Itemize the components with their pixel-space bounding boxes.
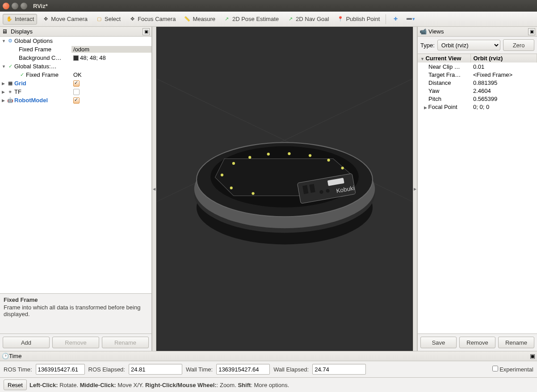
view-type-select[interactable]: Orbit (rviz) — [437, 40, 500, 50]
view-distance[interactable]: Distance0.881395 — [418, 79, 537, 87]
time-panel-title: 🕑 Time ▣ — [0, 351, 537, 361]
add-tool-button[interactable]: ✚ — [389, 14, 402, 25]
views-buttons: Save Remove Rename — [418, 334, 537, 351]
minus-icon: ➖▾ — [407, 16, 414, 23]
views-controls: Type: Orbit (rviz) Zero — [418, 37, 537, 54]
focus-camera-icon: ✥ — [129, 16, 136, 23]
svg-point-12 — [267, 153, 270, 155]
view-target-frame[interactable]: Target Fra…<Fixed Frame> — [418, 71, 537, 79]
remove-tool-button[interactable]: ➖▾ — [404, 14, 417, 25]
time-title-label: Time — [9, 353, 21, 359]
rename-view-button[interactable]: Rename — [498, 337, 534, 348]
measure-label: Measure — [193, 16, 215, 22]
ros-time-field[interactable] — [36, 364, 85, 375]
views-panel: 📹 Views ▣ Type: Orbit (rviz) Zero ▼ Curr… — [417, 27, 537, 351]
wall-elapsed-field[interactable] — [312, 364, 366, 375]
svg-point-14 — [309, 154, 311, 157]
views-close-button[interactable]: ▣ — [528, 28, 535, 35]
window-title: RViz* — [33, 3, 48, 9]
remove-display-button[interactable]: Remove — [52, 337, 99, 348]
window-minimize-icon[interactable] — [12, 3, 18, 9]
tf-checkbox[interactable] — [73, 89, 80, 95]
view-type-label: Type: — [420, 42, 435, 49]
status-hints: Left-Click: Rotate. Middle-Click: Move X… — [29, 382, 289, 388]
help-text: Frame into which all data is transformed… — [4, 304, 148, 317]
save-view-button[interactable]: Save — [420, 337, 457, 348]
svg-point-13 — [288, 152, 290, 155]
move-camera-icon: ✥ — [42, 16, 49, 23]
wall-time-field[interactable] — [216, 364, 270, 375]
tree-tf[interactable]: ▶✳TF — [0, 88, 151, 96]
interact-label: Interact — [15, 16, 34, 22]
window-close-icon[interactable] — [3, 3, 9, 9]
select-label: Select — [105, 16, 121, 22]
ros-elapsed-field[interactable] — [129, 364, 182, 375]
clock-icon: 🕑 — [2, 353, 9, 359]
publish-point-button[interactable]: 📍 Publish Point — [334, 14, 383, 25]
tf-icon: ✳ — [7, 89, 13, 95]
time-close-button[interactable]: ▣ — [530, 353, 535, 359]
publish-point-label: Publish Point — [346, 16, 380, 22]
interact-button[interactable]: ✋ Interact — [3, 14, 37, 25]
nav-goal-button[interactable]: ↗ 2D Nav Goal — [284, 14, 332, 25]
left-collapse-handle[interactable]: ◀ — [152, 27, 156, 351]
toolbar-separator — [386, 14, 386, 24]
move-camera-button[interactable]: ✥ Move Camera — [39, 14, 91, 25]
hand-icon: ✋ — [6, 16, 13, 23]
check-icon: ✓ — [19, 72, 25, 78]
pose-estimate-button[interactable]: ↗ 2D Pose Estimate — [220, 14, 282, 25]
tree-robot-model[interactable]: ▶🤖RobotModel — [0, 96, 151, 104]
time-panel: 🕑 Time ▣ ROS Time: ROS Elapsed: Wall Tim… — [0, 351, 537, 392]
add-display-button[interactable]: Add — [3, 337, 50, 348]
experimental-checkbox[interactable] — [492, 366, 498, 371]
tree-grid[interactable]: ▶▦Grid — [0, 79, 151, 88]
select-icon: ▢ — [96, 16, 103, 23]
displays-close-button[interactable]: ▣ — [143, 28, 150, 35]
select-button[interactable]: ▢ Select — [92, 14, 124, 25]
view-yaw[interactable]: Yaw2.4604 — [418, 87, 537, 95]
view-focal-point[interactable]: ▶ Focal Point0; 0; 0 — [418, 103, 537, 111]
view-near-clip[interactable]: Near Clip …0.01 — [418, 63, 537, 71]
experimental-checkbox-label[interactable]: Experimental — [492, 366, 534, 373]
focus-camera-button[interactable]: ✥ Focus Camera — [126, 14, 179, 25]
status-row: Reset Left-Click: Rotate. Middle-Click: … — [0, 378, 537, 392]
svg-point-15 — [327, 159, 330, 162]
displays-icon: 🖥 — [2, 28, 9, 35]
displays-panel-title: 🖥 Displays ▣ — [0, 27, 151, 37]
measure-button[interactable]: 📏 Measure — [180, 14, 218, 25]
rename-display-button[interactable]: Rename — [102, 337, 149, 348]
help-title: Fixed Frame — [4, 296, 148, 303]
zero-button[interactable]: Zero — [503, 39, 534, 51]
tree-global-options[interactable]: ▼⚙Global Options — [0, 37, 151, 45]
tree-fixed-frame[interactable]: Fixed Frame /odom — [0, 45, 151, 54]
svg-point-11 — [248, 156, 251, 158]
ros-time-label: ROS Time: — [4, 366, 32, 373]
nav-goal-label: 2D Nav Goal — [296, 16, 329, 22]
3d-viewport[interactable]: Kobuki — [156, 27, 413, 351]
displays-tree[interactable]: ▼⚙Global Options Fixed Frame /odom Backg… — [0, 37, 151, 293]
arrow-green-icon: ↗ — [223, 16, 231, 23]
move-camera-label: Move Camera — [51, 16, 88, 22]
view-pitch[interactable]: Pitch0.565399 — [418, 95, 537, 103]
robotmodel-checkbox[interactable] — [73, 97, 80, 104]
window-maximize-icon[interactable] — [21, 3, 27, 9]
tree-fixed-frame-status[interactable]: ✓Fixed Frame OK — [0, 71, 151, 79]
window-titlebar: RViz* — [0, 0, 537, 12]
tree-global-status[interactable]: ▼✓Global Status:… — [0, 62, 151, 71]
tree-background-color[interactable]: Background C… 48; 48; 48 — [0, 54, 151, 62]
robot-icon: 🤖 — [7, 97, 13, 104]
displays-buttons: Add Remove Rename — [0, 334, 151, 351]
svg-point-10 — [232, 162, 235, 165]
remove-view-button[interactable]: Remove — [459, 337, 495, 348]
displays-panel: 🖥 Displays ▣ ▼⚙Global Options Fixed Fram… — [0, 27, 152, 351]
arrow-green-icon: ↗ — [287, 16, 294, 23]
views-tree[interactable]: ▼ Current ViewOrbit (rviz) Near Clip …0.… — [418, 54, 537, 334]
grid-icon: ▦ — [7, 80, 13, 87]
right-collapse-handle[interactable]: ▶ — [413, 27, 417, 351]
svg-point-18 — [230, 187, 233, 189]
reset-button[interactable]: Reset — [4, 379, 27, 390]
svg-point-17 — [221, 174, 223, 176]
grid-checkbox[interactable] — [73, 80, 80, 87]
color-chip — [73, 55, 79, 61]
camera-icon: 📹 — [420, 28, 427, 35]
